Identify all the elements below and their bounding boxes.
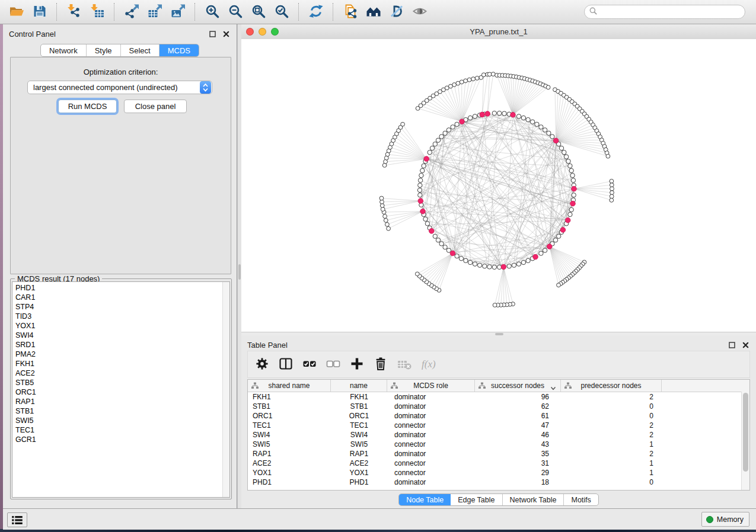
- open-session-button[interactable]: [6, 2, 27, 22]
- table-row[interactable]: PHD1PHD1dominator180: [248, 477, 749, 487]
- mcds-result-item[interactable]: ACE2: [15, 368, 223, 378]
- table-scrollbar-thumb[interactable]: [743, 393, 748, 472]
- save-session-button[interactable]: [29, 2, 50, 22]
- tab-network-table[interactable]: Network Table: [503, 494, 564, 505]
- table-row[interactable]: SWI5SWI5connector431: [248, 440, 749, 449]
- mcds-result-item[interactable]: TEC1: [15, 425, 223, 435]
- table-cell: dominator: [387, 392, 475, 402]
- tab-motifs[interactable]: Motifs: [564, 494, 598, 505]
- column-header-name[interactable]: name: [331, 380, 387, 392]
- search-box[interactable]: [584, 5, 745, 19]
- mcds-result-item[interactable]: TID3: [15, 312, 223, 321]
- zoom-selected-button[interactable]: [271, 2, 292, 22]
- mcds-result-item[interactable]: PHD1: [15, 283, 223, 293]
- mcds-node: [511, 113, 516, 118]
- mcds-result-item[interactable]: SWI5: [15, 416, 223, 425]
- table-scrollbar[interactable]: [741, 392, 749, 490]
- mcds-result-item[interactable]: SWI4: [15, 331, 223, 340]
- mcds-result-item[interactable]: SRD1: [15, 340, 223, 350]
- show-hide-button[interactable]: [409, 2, 430, 22]
- tab-network[interactable]: Network: [41, 44, 87, 56]
- mcds-result-item[interactable]: GCR1: [15, 435, 223, 444]
- float-panel-icon[interactable]: [209, 30, 216, 37]
- search-input[interactable]: [600, 7, 741, 17]
- tab-mcds[interactable]: MCDS: [160, 44, 199, 56]
- network-node: [468, 260, 472, 264]
- close-panel-icon[interactable]: [742, 341, 749, 348]
- select-all-button[interactable]: [300, 355, 319, 374]
- network-node: [521, 116, 525, 120]
- table-row[interactable]: TEC1TEC1connector472: [248, 421, 749, 430]
- column-header-MCDS-role[interactable]: MCDS role: [387, 380, 475, 392]
- mcds-result-item[interactable]: STB5: [15, 378, 223, 387]
- mcds-result-item[interactable]: PMA2: [15, 350, 223, 359]
- table-cell: RAP1: [331, 449, 387, 459]
- table-mode-button[interactable]: [253, 355, 272, 374]
- column-header-predecessor-nodes[interactable]: predecessor nodes: [561, 380, 662, 392]
- column-header-successor-nodes[interactable]: successor nodes: [475, 380, 561, 392]
- column-header-shared-name[interactable]: shared name: [248, 380, 331, 392]
- table-cell: ORC1: [248, 411, 331, 421]
- table-row[interactable]: RAP1RAP1dominator352: [248, 449, 749, 459]
- gear-icon: [254, 356, 270, 373]
- tab-node-table[interactable]: Node Table: [399, 494, 451, 505]
- float-panel-icon[interactable]: [728, 341, 735, 348]
- mcds-result-item[interactable]: YOX1: [15, 321, 223, 331]
- criterion-dropdown[interactable]: largest connected component (undirected): [27, 81, 212, 94]
- network-canvas[interactable]: [241, 39, 756, 332]
- tab-edge-table[interactable]: Edge Table: [451, 494, 502, 505]
- table-row[interactable]: ACE2ACE2connector311: [248, 459, 749, 468]
- mcds-result-list[interactable]: PHD1CAR1STP4TID3YOX1SWI4SRD1PMA2FKH1ACE2…: [12, 281, 230, 498]
- vertical-split-divider[interactable]: [237, 24, 241, 508]
- node-table[interactable]: shared namenameMCDS rolesuccessor nodesp…: [247, 379, 750, 491]
- table-row[interactable]: FKH1FKH1dominator962: [248, 392, 749, 402]
- mcds-result-item[interactable]: ORC1: [15, 387, 223, 397]
- table-cell: 2: [561, 449, 662, 459]
- tab-style[interactable]: Style: [87, 44, 121, 56]
- apply-layout-button[interactable]: [305, 2, 327, 22]
- delete-column-button[interactable]: [371, 355, 390, 374]
- run-mcds-button[interactable]: Run MCDS: [58, 100, 117, 113]
- table-row[interactable]: YOX1YOX1connector291: [248, 468, 749, 477]
- network-node: [562, 150, 566, 155]
- close-panel-button[interactable]: Close panel: [124, 100, 187, 113]
- zoom-fit-button[interactable]: [248, 2, 269, 22]
- table-row[interactable]: STB1STB1dominator620: [248, 402, 749, 411]
- mcds-result-item[interactable]: STP4: [15, 302, 223, 312]
- create-column-button[interactable]: [347, 355, 366, 374]
- table-cell: 0: [561, 477, 662, 487]
- table-row[interactable]: ORC1ORC1dominator610: [248, 411, 749, 421]
- table-cell: 0: [561, 411, 662, 421]
- table-row[interactable]: SWI4SWI4dominator462: [248, 430, 749, 440]
- network-node: [385, 223, 390, 227]
- tab-select[interactable]: Select: [121, 44, 160, 56]
- show-columns-button[interactable]: [276, 355, 295, 374]
- zoom-in-button[interactable]: [202, 2, 223, 22]
- first-neighbors-button[interactable]: [363, 2, 384, 22]
- network-window-titlebar[interactable]: YPA_prune.txt_1: [241, 24, 756, 40]
- mcds-result-item[interactable]: RAP1: [15, 397, 223, 406]
- zoom-out-button[interactable]: [225, 2, 246, 22]
- table-cell: dominator: [387, 430, 475, 440]
- import-network-button[interactable]: [63, 2, 85, 22]
- export-table-button[interactable]: [144, 2, 165, 22]
- mcds-node: [450, 251, 455, 256]
- table-cell: ORC1: [331, 411, 387, 421]
- deselect-all-button[interactable]: [324, 355, 343, 374]
- memory-button[interactable]: Memory: [701, 512, 749, 527]
- zoom-in-icon: [205, 4, 220, 21]
- mcds-list-scrollbar[interactable]: [222, 282, 229, 497]
- task-history-button[interactable]: [7, 512, 27, 527]
- close-panel-icon[interactable]: [222, 30, 229, 37]
- export-network-button[interactable]: [121, 2, 142, 22]
- import-table-button[interactable]: [87, 2, 108, 22]
- network-from-selection-button[interactable]: [340, 2, 361, 22]
- mcds-result-item[interactable]: CAR1: [15, 293, 223, 302]
- export-image-button[interactable]: [167, 2, 189, 22]
- toggle-graphics-details-button[interactable]: [386, 2, 407, 22]
- mcds-result-item[interactable]: STB1: [15, 406, 223, 416]
- import-table-icon: [90, 4, 105, 21]
- vertical-split-handle[interactable]: [238, 264, 241, 280]
- network-node: [526, 117, 530, 121]
- mcds-result-item[interactable]: FKH1: [15, 359, 223, 368]
